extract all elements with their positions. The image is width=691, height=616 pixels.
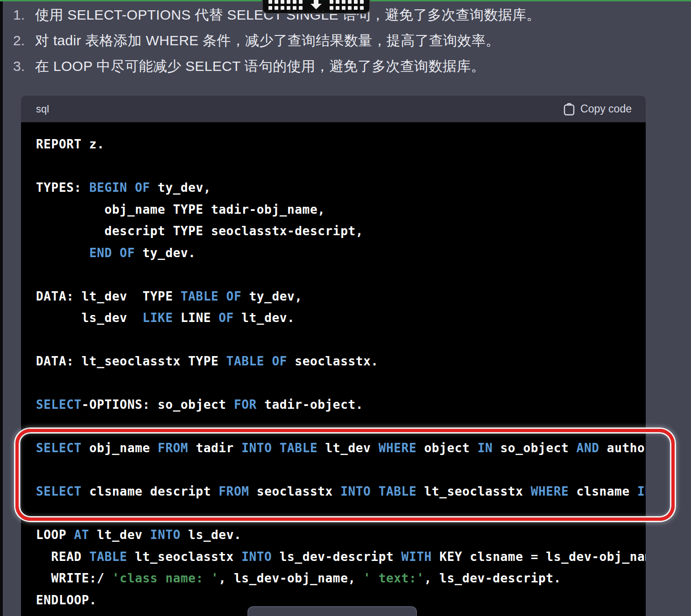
code-line [36,155,646,177]
code-line: REPORT z. [36,133,646,155]
code-line [36,459,646,481]
code-line: ls_dev LIKE LINE OF lt_dev. [36,307,646,329]
code-line [36,264,646,286]
code-line [36,503,646,525]
code-line: SELECT-OPTIONS: so_object FOR tadir-obje… [36,394,646,416]
list-item-number: 1. [13,7,35,23]
code-line: TYPES: BEGIN OF ty_dev, [36,177,646,199]
code-line [36,372,646,394]
list-item-number: 2. [13,32,35,49]
dot-grid-left [268,0,303,10]
code-line [36,329,646,351]
list-item: 3. 在 LOOP 中尽可能减少 SELECT 语句的使用，避免了多次查询数据库… [13,58,667,75]
language-label: sql [36,103,49,115]
list-item-text: 在 LOOP 中尽可能减少 SELECT 语句的使用，避免了多次查询数据库。 [35,58,485,75]
code-line: SELECT obj_name FROM tadir INTO TABLE lt… [36,437,646,459]
code-line [36,416,646,438]
code-line: DATA: lt_seoclasstx TYPE TABLE OF seocla… [36,350,646,372]
code-line: END OF ty_dev. [36,242,646,264]
list-item: 2. 对 tadir 表格添加 WHERE 条件，减少了查询结果数量，提高了查询… [13,32,667,49]
code-content: REPORT z. TYPES: BEGIN OF ty_dev, obj_na… [21,122,646,616]
ordered-list: 1. 使用 SELECT-OPTIONS 代替 SELECT SINGLE 语句… [13,7,667,75]
code-line: DATA: lt_dev TYPE TABLE OF ty_dev, [36,286,646,308]
drag-scroll-indicator [262,0,370,14]
code-line: WRITE:/ 'class name: ', ls_dev-obj_name,… [36,567,646,589]
code-block-header: sql Copy code [21,96,646,122]
dot-grid-right [330,0,364,10]
list-item-text: 对 tadir 表格添加 WHERE 条件，减少了查询结果数量，提高了查询效率。 [35,32,500,49]
code-line: READ TABLE lt_seoclasstx INTO ls_dev-des… [36,546,646,568]
code-block: sql Copy code REPORT z. TYPES: BEGIN OF … [21,96,646,616]
down-arrow-icon [310,0,322,9]
copy-code-label: Copy code [580,103,632,115]
left-edge-strip [0,1,3,616]
code-line: SELECT clsname descript FROM seoclasstx … [36,481,646,503]
copy-code-button[interactable]: Copy code [564,103,632,116]
bottom-partial-button[interactable] [247,606,417,616]
code-line: descript TYPE seoclasstx-descript, [36,220,646,242]
list-item-number: 3. [13,58,35,75]
code-line: obj_name TYPE tadir-obj_name, [36,199,646,221]
clipboard-icon [564,103,575,116]
code-line: LOOP AT lt_dev INTO ls_dev. [36,524,646,546]
